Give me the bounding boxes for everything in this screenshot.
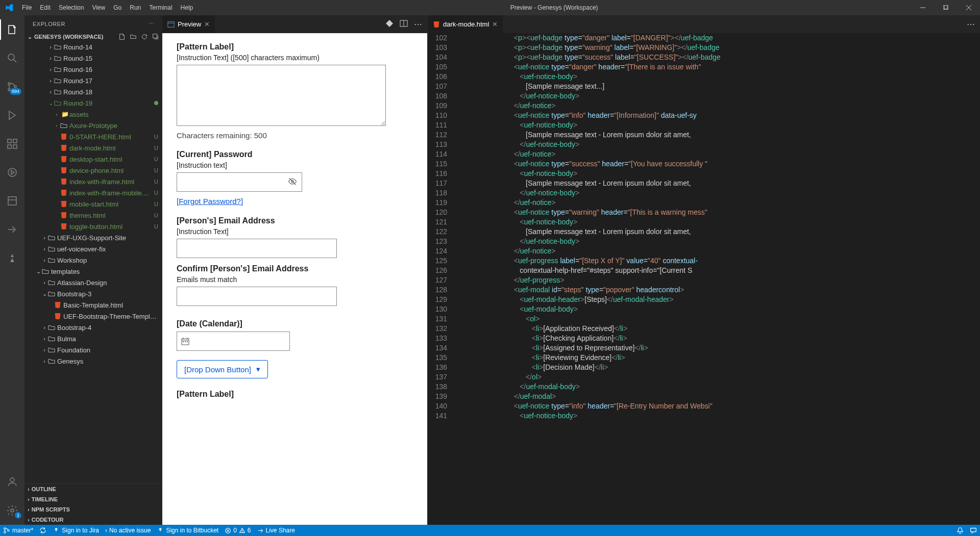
- tree-item[interactable]: dark-mode.htmlU: [24, 142, 162, 154]
- active-issue[interactable]: › No active issue: [105, 527, 151, 534]
- svg-point-14: [8, 168, 16, 176]
- close-icon[interactable]: ✕: [492, 20, 498, 28]
- liveshare-icon[interactable]: [0, 219, 24, 240]
- bitbucket-signin[interactable]: Sign in to Bitbucket: [157, 527, 218, 534]
- svg-rect-2: [944, 5, 948, 9]
- account-icon[interactable]: [0, 472, 24, 492]
- file-tree[interactable]: ›Round-14›Round-15›Round-16›Round-17›Rou…: [24, 41, 162, 483]
- tree-item[interactable]: themes.htmlU: [24, 210, 162, 221]
- menu-file[interactable]: File: [18, 4, 36, 11]
- source-control-icon[interactable]: 894: [0, 76, 24, 97]
- eye-off-icon[interactable]: [288, 177, 297, 186]
- jira-signin[interactable]: Sign in to Jira: [53, 527, 99, 534]
- extensions-icon[interactable]: [0, 134, 24, 154]
- confirm-email-input[interactable]: [177, 287, 337, 306]
- menu-go[interactable]: Go: [109, 4, 126, 11]
- search-icon[interactable]: [0, 48, 24, 68]
- tree-item[interactable]: ›uef-voiceover-fix: [24, 243, 162, 254]
- more-icon[interactable]: ⋯: [967, 19, 975, 29]
- tree-item[interactable]: ›Round-14: [24, 41, 162, 53]
- more-icon[interactable]: ⋯: [414, 19, 422, 29]
- preview-pane[interactable]: [Pattern Label] [Instruction Text] ([500…: [162, 33, 427, 525]
- tree-item[interactable]: ⌄Bootstrap-3: [24, 288, 162, 299]
- window-title: Preview - Genesys (Workspace): [197, 4, 911, 11]
- tree-item[interactable]: ⌄Round-19: [24, 97, 162, 109]
- collapse-all-icon[interactable]: [152, 33, 159, 40]
- textarea-input[interactable]: [177, 65, 386, 126]
- sync-icon[interactable]: [39, 527, 46, 534]
- tree-item[interactable]: ›Round-18: [24, 86, 162, 97]
- section-codetour[interactable]: ›CODETOUR: [24, 515, 162, 525]
- tree-item[interactable]: ⌄templates: [24, 266, 162, 277]
- webview-dev-icon[interactable]: [385, 19, 394, 29]
- tree-item[interactable]: 0-START-HERE.htmlU: [24, 131, 162, 142]
- tree-item[interactable]: UEF-Bootstrap-Theme-Template....: [24, 311, 162, 322]
- section-outline[interactable]: ›OUTLINE: [24, 484, 162, 494]
- explorer-icon[interactable]: [0, 19, 24, 40]
- dropdown-button[interactable]: [Drop Down Button] ▾: [177, 360, 268, 378]
- tree-item[interactable]: index-with-iframe.htmlU: [24, 176, 162, 187]
- email-input[interactable]: [177, 239, 337, 258]
- git-branch[interactable]: master*: [3, 527, 33, 534]
- tree-item[interactable]: ›Bootstrap-4: [24, 322, 162, 333]
- tree-item[interactable]: ›Axure-Prototype: [24, 120, 162, 131]
- tree-item[interactable]: ›Bulma: [24, 333, 162, 344]
- project-icon[interactable]: [0, 191, 24, 211]
- tree-item[interactable]: mobile-start.htmlU: [24, 198, 162, 210]
- menu-bar: FileEditSelectionViewGoRunTerminalHelp: [18, 4, 197, 11]
- tree-item[interactable]: index-with-iframe-mobile....U: [24, 187, 162, 198]
- workspace-header[interactable]: ⌄ GENESYS (WORKSPACE): [24, 32, 162, 41]
- tree-item[interactable]: ›Workshop: [24, 254, 162, 266]
- refresh-icon[interactable]: [141, 33, 148, 40]
- tree-item[interactable]: ›Foundation: [24, 344, 162, 355]
- tree-item[interactable]: toggle-button.htmlU: [24, 221, 162, 232]
- new-file-icon[interactable]: [118, 33, 126, 40]
- vscode-logo-icon: [0, 4, 18, 12]
- forgot-password-link[interactable]: [Forgot Password?]: [177, 197, 243, 206]
- minimize-button[interactable]: [911, 0, 934, 15]
- tree-item[interactable]: ›UEF-UXG-Support-Site: [24, 232, 162, 243]
- svg-point-40: [242, 531, 242, 532]
- codetour-icon[interactable]: [0, 162, 24, 183]
- live-share-status[interactable]: Live Share: [257, 527, 295, 534]
- code-lines: <p><uef-badge type="danger" label="[DANG…: [454, 33, 980, 525]
- menu-selection[interactable]: Selection: [55, 4, 88, 11]
- tree-item[interactable]: ›📁assets: [24, 109, 162, 120]
- close-icon[interactable]: ✕: [204, 20, 210, 28]
- menu-run[interactable]: Run: [126, 4, 145, 11]
- run-debug-icon[interactable]: [0, 105, 24, 125]
- new-folder-icon[interactable]: [130, 33, 137, 40]
- tree-item[interactable]: ›Round-16: [24, 64, 162, 75]
- svg-rect-19: [153, 34, 157, 38]
- atlassian-icon[interactable]: [0, 248, 24, 268]
- date-input[interactable]: [177, 331, 290, 351]
- tree-item[interactable]: ›Atlassian-Design: [24, 277, 162, 288]
- tree-item[interactable]: desktop-start.htmlU: [24, 154, 162, 165]
- section-timeline[interactable]: ›TIMELINE: [24, 494, 162, 504]
- code-area[interactable]: 1021031041051061071081091101111121131141…: [428, 33, 980, 525]
- tree-item[interactable]: ›Genesys: [24, 355, 162, 367]
- svg-rect-10: [8, 139, 11, 143]
- tree-item[interactable]: Basic-Template.html: [24, 299, 162, 311]
- menu-view[interactable]: View: [88, 4, 109, 11]
- sidebar-more-icon[interactable]: ⋯: [149, 20, 155, 27]
- split-editor-icon[interactable]: [400, 19, 408, 29]
- maximize-button[interactable]: [934, 0, 957, 15]
- tab-dark-mode[interactable]: dark-mode.html ✕: [428, 15, 503, 33]
- tab-preview[interactable]: Preview ✕: [162, 15, 215, 33]
- tree-item[interactable]: ›Round-17: [24, 75, 162, 86]
- feedback-icon[interactable]: [970, 527, 977, 534]
- tree-item[interactable]: ›Round-15: [24, 53, 162, 64]
- tree-item[interactable]: device-phone.htmlU: [24, 165, 162, 176]
- menu-terminal[interactable]: Terminal: [145, 4, 176, 11]
- password-input[interactable]: [177, 172, 302, 192]
- close-button[interactable]: [957, 0, 980, 15]
- svg-point-7: [8, 83, 10, 85]
- problems[interactable]: 0 6: [225, 527, 251, 534]
- section-npm-scripts[interactable]: ›NPM SCRIPTS: [24, 504, 162, 515]
- settings-gear-icon[interactable]: 1: [0, 500, 24, 521]
- menu-edit[interactable]: Edit: [36, 4, 55, 11]
- menu-help[interactable]: Help: [177, 4, 198, 11]
- chevron-right-icon: ›: [105, 527, 107, 534]
- notifications-icon[interactable]: [957, 527, 964, 534]
